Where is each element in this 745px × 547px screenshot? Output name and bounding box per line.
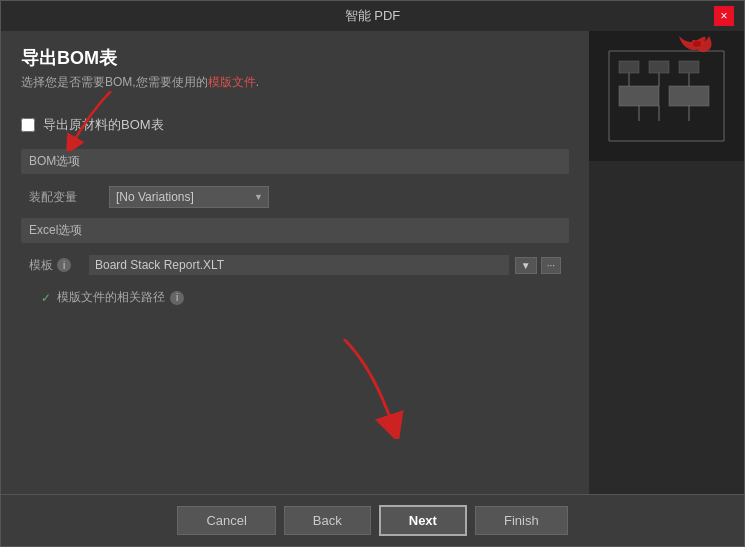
template-value: Board Stack Report.XLT: [89, 255, 509, 275]
template-info-icon[interactable]: i: [57, 258, 71, 272]
relative-path-label: 模版文件的相关路径: [57, 289, 165, 306]
bom-section-header: BOM选项: [21, 149, 569, 174]
template-actions: ▼ ···: [515, 257, 561, 274]
bottom-bar: Cancel Back Next Finish: [1, 494, 744, 546]
template-label: 模板 i: [29, 257, 89, 274]
main-panel: 导出BOM表 选择您是否需要BOM,您需要使用的模版文件. 导出原材料的BOM表: [1, 31, 589, 494]
assembly-label: 装配变量: [29, 189, 109, 206]
page-subtitle: 选择您是否需要BOM,您需要使用的模版文件.: [21, 74, 569, 91]
svg-rect-8: [619, 86, 659, 106]
relative-path-info-icon[interactable]: i: [170, 291, 184, 305]
close-button[interactable]: ×: [714, 6, 734, 26]
assembly-select-wrapper: [No Variations]: [109, 186, 269, 208]
main-window: 智能 PDF × 导出BOM表 选择您是否需要BOM,您需要使用的模版文件.: [0, 0, 745, 547]
back-button[interactable]: Back: [284, 506, 371, 535]
content-area: 导出BOM表 选择您是否需要BOM,您需要使用的模版文件. 导出原材料的BOM表: [1, 31, 744, 494]
bom-checkbox[interactable]: [21, 118, 35, 132]
excel-section-header: Excel选项: [21, 218, 569, 243]
svg-rect-6: [649, 61, 669, 73]
pcb-diagram: [589, 31, 744, 161]
relative-path-checkmark: ✓: [41, 291, 51, 305]
spacer: [21, 316, 569, 479]
template-dropdown-button[interactable]: ▼: [515, 257, 537, 274]
subtitle-suffix: .: [256, 75, 259, 89]
svg-rect-9: [669, 86, 709, 106]
side-image: [589, 31, 744, 494]
title-bar: 智能 PDF ×: [1, 1, 744, 31]
cancel-button[interactable]: Cancel: [177, 506, 275, 535]
bom-checkbox-row: 导出原材料的BOM表: [21, 116, 569, 134]
assembly-row: 装配变量 [No Variations]: [21, 182, 569, 212]
relative-path-row: ✓ 模版文件的相关路径 i: [21, 285, 569, 310]
finish-button[interactable]: Finish: [475, 506, 568, 535]
template-row: 模板 i Board Stack Report.XLT ▼ ···: [21, 251, 569, 279]
page-title: 导出BOM表: [21, 46, 569, 70]
subtitle-highlight: 模版文件: [208, 75, 256, 89]
svg-point-10: [693, 41, 701, 47]
svg-rect-5: [619, 61, 639, 73]
window-title: 智能 PDF: [31, 7, 714, 25]
next-button[interactable]: Next: [379, 505, 467, 536]
svg-rect-7: [679, 61, 699, 73]
bom-checkbox-label: 导出原材料的BOM表: [43, 116, 164, 134]
template-more-button[interactable]: ···: [541, 257, 561, 274]
subtitle-prefix: 选择您是否需要BOM,您需要使用的: [21, 75, 208, 89]
assembly-select[interactable]: [No Variations]: [109, 186, 269, 208]
